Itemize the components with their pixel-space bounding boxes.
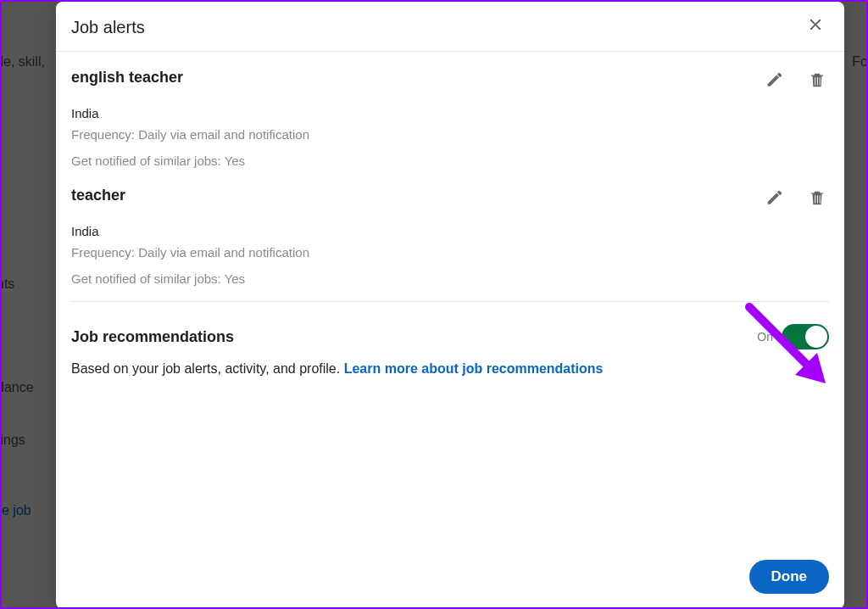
close-icon [806, 15, 825, 39]
job-alert-item: teacher India [56, 183, 844, 301]
pencil-icon [765, 70, 784, 92]
edit-alert-button[interactable] [763, 69, 787, 92]
dialog-header: Job alerts [56, 2, 844, 52]
trash-icon [808, 188, 826, 210]
alert-title: teacher [71, 187, 125, 204]
done-button[interactable]: Done [749, 560, 830, 594]
alert-similar-jobs: Get notified of similar jobs: Yes [71, 154, 829, 168]
alert-title: english teacher [71, 69, 183, 87]
dialog-footer: Done [56, 548, 844, 609]
delete-alert-button[interactable] [805, 69, 829, 92]
alert-frequency: Frequency: Daily via email and notificat… [71, 245, 829, 260]
trash-icon [808, 70, 826, 92]
learn-more-link[interactable]: Learn more about job recommendations [344, 361, 604, 376]
close-button[interactable] [802, 14, 829, 41]
modal-backdrop: Job alerts english teacher [2, 2, 866, 607]
alert-location: India [71, 224, 829, 238]
job-alert-item: english teacher [56, 52, 844, 183]
toggle-state-label: On [757, 330, 773, 344]
pencil-icon [765, 188, 784, 210]
job-recommendations-section: Job recommendations On Based on your job… [56, 302, 844, 392]
edit-alert-button[interactable] [763, 187, 787, 210]
alert-location: India [71, 106, 829, 120]
recommendations-toggle-group: On [757, 324, 829, 349]
dialog-body: english teacher [56, 52, 844, 548]
delete-alert-button[interactable] [805, 187, 829, 210]
toggle-knob [805, 326, 827, 348]
alert-frequency: Frequency: Daily via email and notificat… [71, 127, 829, 142]
alert-actions [763, 187, 829, 210]
recommendations-title: Job recommendations [71, 328, 234, 346]
dialog-title: Job alerts [71, 18, 145, 37]
alert-similar-jobs: Get notified of similar jobs: Yes [71, 271, 829, 286]
recommendations-desc-text: Based on your job alerts, activity, and … [71, 361, 344, 376]
recommendations-description: Based on your job alerts, activity, and … [71, 361, 829, 377]
job-alerts-dialog: Job alerts english teacher [56, 2, 844, 609]
alert-actions [763, 69, 829, 92]
recommendations-toggle[interactable] [782, 324, 829, 349]
